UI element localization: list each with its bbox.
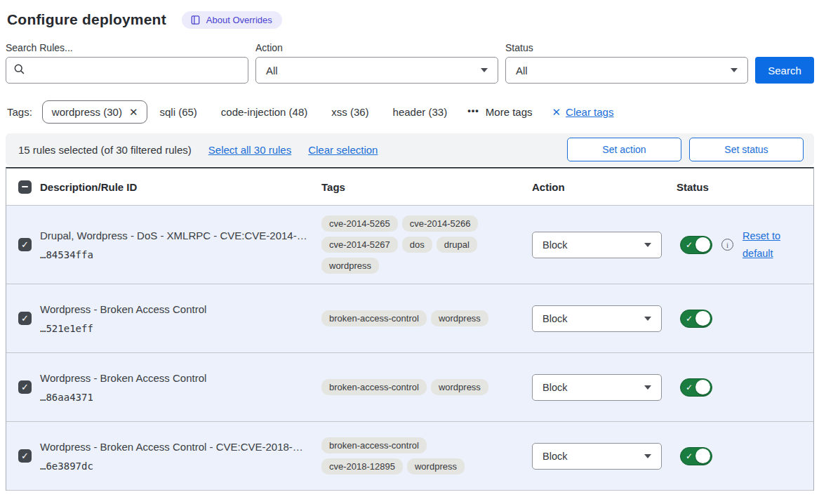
- action-select[interactable]: Block: [532, 443, 662, 470]
- action-filter-select[interactable]: All: [255, 57, 498, 84]
- rule-id: …86aa4371: [40, 392, 307, 403]
- tag-filter-item[interactable]: xss (36): [319, 101, 380, 123]
- page-header: Configure deployment About Overrides: [6, 7, 814, 32]
- tag-pill: wordpress: [407, 458, 465, 475]
- status-toggle[interactable]: ✓: [680, 378, 712, 397]
- tags-label: Tags:: [7, 106, 32, 118]
- row-checkbox-cell: ✓: [6, 238, 40, 251]
- status-cell: ✓ i Reset to default: [677, 227, 813, 262]
- status-toggle[interactable]: ✓: [680, 447, 712, 465]
- description-cell: Wordpress - Broken Access Control …521e1…: [40, 303, 321, 334]
- search-rules-field: Search Rules...: [6, 42, 248, 84]
- selection-bar: 15 rules selected (of 30 filtered rules)…: [6, 133, 814, 166]
- check-icon: ✓: [682, 451, 693, 461]
- chevron-down-icon: [644, 243, 651, 247]
- action-cell: Block: [532, 305, 677, 332]
- tag-filter-item[interactable]: sqli (65): [147, 101, 208, 123]
- check-icon: ✓: [21, 240, 29, 249]
- rule-title: Drupal, Wordpress - DoS - XMLRPC - CVE:C…: [40, 230, 307, 241]
- action-cell: Block: [532, 232, 677, 258]
- tag-pill: cve-2014-5265: [321, 215, 398, 232]
- selection-summary-group: 15 rules selected (of 30 filtered rules)…: [18, 144, 378, 156]
- description-cell: Drupal, Wordpress - DoS - XMLRPC - CVE:C…: [40, 230, 321, 260]
- page-title: Configure deployment: [7, 11, 166, 28]
- rule-title: Wordpress - Broken Access Control - CVE:…: [40, 441, 307, 453]
- status-toggle[interactable]: ✓: [680, 236, 712, 254]
- tag-pill: broken-access-control: [321, 379, 427, 395]
- table-header-row: Description/Rule ID Tags Action Status: [6, 168, 813, 206]
- configure-deployment-page: Configure deployment About Overrides Sea…: [0, 0, 819, 491]
- action-select[interactable]: Block: [532, 232, 662, 258]
- status-filter-value: All: [516, 65, 528, 77]
- action-select[interactable]: Block: [532, 305, 662, 332]
- set-status-button[interactable]: Set status: [689, 138, 804, 161]
- search-input-wrapper[interactable]: [6, 57, 248, 84]
- action-value: Block: [542, 313, 567, 324]
- about-overrides-badge[interactable]: About Overrides: [182, 11, 282, 29]
- status-cell: ✓: [677, 447, 813, 465]
- status-filter-label: Status: [505, 42, 748, 53]
- chevron-down-icon: [644, 385, 651, 390]
- row-checkbox[interactable]: ✓: [18, 449, 32, 463]
- action-filter-field: Action All: [255, 42, 498, 84]
- table-row: ✓ Wordpress - Broken Access Control …521…: [6, 284, 813, 353]
- chevron-down-icon: [644, 454, 651, 458]
- rules-table: Description/Rule ID Tags Action Status ✓…: [6, 167, 814, 491]
- rule-id: …6e3897dc: [40, 460, 307, 472]
- action-value: Block: [542, 382, 567, 393]
- chevron-down-icon: [644, 317, 651, 321]
- row-checkbox[interactable]: ✓: [18, 238, 32, 251]
- remove-tag-icon[interactable]: ✕: [129, 107, 138, 117]
- reset-to-default-link[interactable]: Reset to default: [743, 227, 786, 262]
- more-tags-button[interactable]: ••• More tags: [467, 106, 532, 118]
- status-cell: ✓: [677, 378, 813, 397]
- column-description: Description/Rule ID: [40, 181, 321, 193]
- selected-tag-label: wordpress (30): [52, 106, 122, 118]
- tag-pill: cve-2014-5267: [321, 237, 398, 253]
- tag-pill: wordpress: [431, 379, 488, 395]
- tag-list: sqli (65)code-injection (48)xss (36)head…: [147, 101, 459, 123]
- clear-tags-link[interactable]: ✕ Clear tags: [552, 106, 614, 118]
- set-action-button[interactable]: Set action: [567, 138, 681, 161]
- search-input[interactable]: [32, 65, 241, 77]
- ellipsis-icon: •••: [467, 105, 479, 116]
- select-all-link[interactable]: Select all 30 rules: [208, 144, 291, 156]
- row-checkbox[interactable]: ✓: [18, 312, 32, 325]
- info-icon[interactable]: i: [721, 239, 733, 251]
- tag-filter-item[interactable]: code-injection (48): [209, 101, 319, 123]
- action-select[interactable]: Block: [532, 374, 662, 401]
- toggle-knob: [695, 311, 710, 326]
- status-filter-field: Status All: [505, 42, 748, 84]
- tag-pill: dos: [402, 237, 432, 253]
- check-icon: ✓: [21, 451, 29, 460]
- tag-pill: broken-access-control: [321, 310, 427, 326]
- filter-bar: Search Rules... Action All Status: [6, 42, 814, 84]
- row-checkbox-cell: ✓: [6, 312, 40, 325]
- selection-summary: 15 rules selected (of 30 filtered rules): [18, 144, 192, 156]
- toggle-knob: [695, 449, 710, 463]
- row-checkbox[interactable]: ✓: [18, 380, 32, 394]
- chevron-down-icon: [731, 68, 738, 72]
- search-button[interactable]: Search: [755, 57, 814, 84]
- rule-title: Wordpress - Broken Access Control: [40, 303, 307, 315]
- book-icon: [190, 15, 201, 25]
- description-cell: Wordpress - Broken Access Control - CVE:…: [40, 441, 321, 472]
- status-filter-select[interactable]: All: [505, 57, 748, 84]
- search-icon: [13, 63, 25, 78]
- search-rules-label: Search Rules...: [6, 42, 248, 53]
- clear-selection-link[interactable]: Clear selection: [308, 144, 378, 156]
- row-checkbox-cell: ✓: [6, 449, 40, 463]
- chevron-down-icon: [481, 68, 488, 72]
- tag-filter-item[interactable]: header (33): [381, 101, 460, 123]
- action-cell: Block: [532, 443, 677, 470]
- column-action: Action: [532, 181, 677, 193]
- selected-tag-wordpress[interactable]: wordpress (30) ✕: [42, 100, 148, 124]
- action-value: Block: [542, 451, 567, 462]
- action-cell: Block: [532, 374, 677, 401]
- select-all-checkbox[interactable]: [18, 180, 32, 194]
- rule-title: Wordpress - Broken Access Control: [40, 372, 307, 384]
- status-toggle[interactable]: ✓: [680, 310, 712, 328]
- column-tags: Tags: [321, 181, 532, 193]
- clear-tags-label: Clear tags: [566, 106, 613, 118]
- rule-tags: broken-access-controlwordpress: [321, 300, 510, 336]
